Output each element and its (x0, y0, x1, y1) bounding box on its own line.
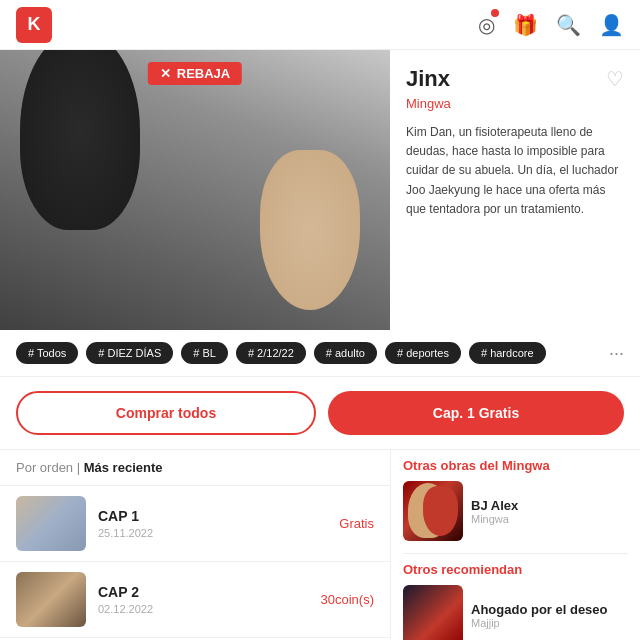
tag-adulto[interactable]: # adulto (314, 342, 377, 364)
notification-icon[interactable]: ◎ (478, 13, 495, 37)
tag-todos[interactable]: # Todos (16, 342, 78, 364)
heart-icon[interactable]: ♡ (606, 67, 624, 91)
tag-diez-dias[interactable]: # DIEZ DÍAS (86, 342, 173, 364)
sort-row: Por orden | Más reciente (0, 450, 390, 486)
logo[interactable]: K (16, 7, 52, 43)
work-item-ahogado[interactable]: Ahogado por el deseo Majjip (403, 585, 628, 640)
rebaja-badge: ✕ REBAJA (148, 62, 242, 85)
chapter-item[interactable]: CAP 2 02.12.2022 30coin(s) (0, 562, 390, 638)
ahogado-title: Ahogado por el deseo (471, 602, 608, 617)
right-panel: Otras obras del Mingwa BJ Alex Mingwa Ot… (390, 450, 640, 640)
chapter-2-title: CAP 2 (98, 584, 309, 600)
ahogado-thumbnail (403, 585, 463, 640)
chapter-2-date: 02.12.2022 (98, 603, 309, 615)
gift-icon[interactable]: 🎁 (513, 13, 538, 37)
ahogado-info: Ahogado por el deseo Majjip (471, 602, 608, 629)
tag-bl[interactable]: # BL (181, 342, 228, 364)
chapter-2-thumbnail (16, 572, 86, 627)
bj-alex-author: Mingwa (471, 513, 518, 525)
notification-badge (491, 9, 499, 17)
action-row: Comprar todos Cap. 1 Gratis (0, 377, 640, 450)
search-icon[interactable]: 🔍 (556, 13, 581, 37)
recommended-title: Otros recomiendan (403, 562, 628, 577)
logo-text: K (28, 14, 41, 35)
more-tags-button[interactable]: ··· (609, 343, 624, 364)
chapter-1-title: CAP 1 (98, 508, 327, 524)
tag-deportes[interactable]: # deportes (385, 342, 461, 364)
header: K ◎ 🎁 🔍 👤 (0, 0, 640, 50)
bj-alex-title: BJ Alex (471, 498, 518, 513)
tags-bar: # Todos # DIEZ DÍAS # BL # 2/12/22 # adu… (0, 330, 640, 377)
manga-description: Kim Dan, un fisioterapeuta lleno de deud… (406, 123, 624, 219)
cover-image: ✕ REBAJA (0, 50, 390, 330)
chapter-2-price[interactable]: 30coin(s) (321, 592, 374, 607)
cover-art (0, 50, 390, 330)
chapter-2-info: CAP 2 02.12.2022 (98, 584, 309, 615)
rebaja-close[interactable]: ✕ (160, 66, 171, 81)
bj-alex-thumbnail (403, 481, 463, 541)
hero-info: Jinx ♡ Mingwa Kim Dan, un fisioterapeuta… (390, 50, 640, 330)
hero-section: ✕ REBAJA Jinx ♡ Mingwa Kim Dan, un fisio… (0, 50, 640, 330)
buy-all-button[interactable]: Comprar todos (16, 391, 316, 435)
sort-separator: | (77, 460, 84, 475)
profile-icon[interactable]: 👤 (599, 13, 624, 37)
tag-date[interactable]: # 2/12/22 (236, 342, 306, 364)
bj-alex-info: BJ Alex Mingwa (471, 498, 518, 525)
rebaja-label: REBAJA (177, 66, 230, 81)
header-icons: ◎ 🎁 🔍 👤 (478, 13, 624, 37)
tag-hardcore[interactable]: # hardcore (469, 342, 546, 364)
left-panel: Por orden | Más reciente CAP 1 25.11.202… (0, 450, 390, 640)
other-works-title: Otras obras del Mingwa (403, 458, 628, 473)
title-row: Jinx ♡ (406, 66, 624, 92)
chapter-1-price[interactable]: Gratis (339, 516, 374, 531)
author-label: Mingwa (406, 96, 624, 111)
cap-gratis-button[interactable]: Cap. 1 Gratis (328, 391, 624, 435)
ahogado-author: Majjip (471, 617, 608, 629)
chapter-1-info: CAP 1 25.11.2022 (98, 508, 327, 539)
chapter-1-date: 25.11.2022 (98, 527, 327, 539)
sort-label: Por orden (16, 460, 73, 475)
chapter-1-thumbnail (16, 496, 86, 551)
sort-value[interactable]: Más reciente (84, 460, 163, 475)
work-item-bj-alex[interactable]: BJ Alex Mingwa (403, 481, 628, 541)
author-name: Mingwa (406, 96, 451, 111)
main-content: Por orden | Más reciente CAP 1 25.11.202… (0, 450, 640, 640)
manga-title: Jinx (406, 66, 450, 92)
section-divider (403, 553, 628, 554)
chapter-item[interactable]: CAP 1 25.11.2022 Gratis (0, 486, 390, 562)
